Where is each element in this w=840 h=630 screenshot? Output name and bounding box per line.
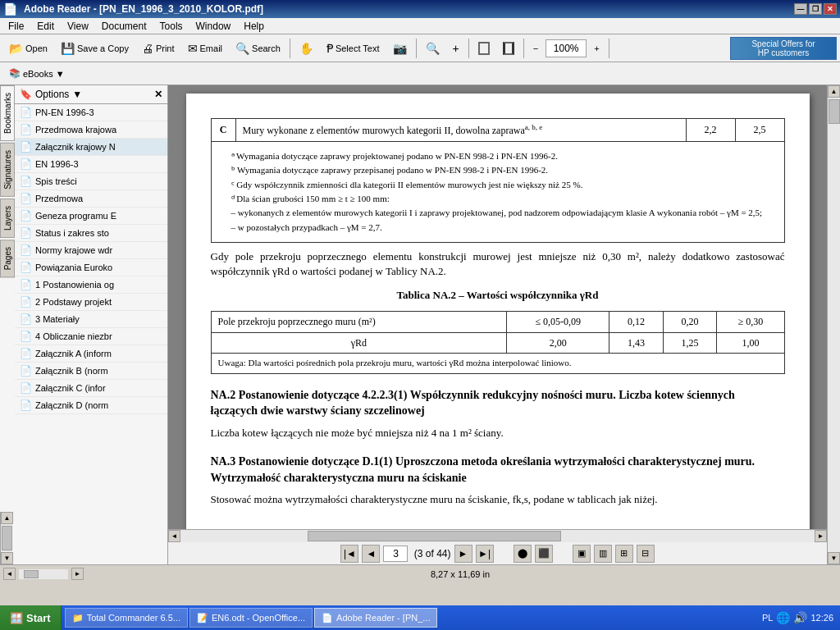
restore-button[interactable]: ❐: [809, 3, 822, 15]
close-button[interactable]: ✕: [824, 3, 837, 15]
hscroll-track[interactable]: [180, 530, 815, 542]
zoom-out-minus-button[interactable]: −: [527, 37, 544, 60]
bookmark-item-bm9[interactable]: 📄Normy krajowe wdr: [15, 242, 167, 259]
left-scroll-left[interactable]: ◄: [3, 568, 16, 580]
open-button[interactable]: 📂 Open: [3, 37, 53, 60]
audio-play-button[interactable]: ⬤: [514, 545, 532, 563]
menu-view[interactable]: View: [61, 19, 95, 34]
signatures-tab[interactable]: Signatures: [0, 143, 15, 197]
email-icon: ✉: [188, 42, 198, 55]
start-button[interactable]: 🪟 Start: [0, 605, 62, 630]
fit-page-button[interactable]: [472, 37, 495, 60]
bookmark-item-bm8[interactable]: 📄Status i zakres sto: [15, 225, 167, 242]
bookmark-icon: 📄: [20, 382, 32, 394]
bookmark-item-bm5[interactable]: 📄Spis treści: [15, 173, 167, 190]
bookmark-item-bm13[interactable]: 📄3 Materiały: [15, 311, 167, 328]
table2-row-val4: 1,00: [717, 332, 784, 354]
open-icon: 📂: [9, 42, 23, 55]
document-scroll[interactable]: C Mury wykonane z elementów murowych kat…: [168, 85, 827, 529]
page-input[interactable]: [383, 546, 408, 562]
bookmark-item-bm2[interactable]: 📄Przedmowa krajowa: [15, 121, 167, 139]
zoom-input-area: [546, 39, 587, 57]
menu-help[interactable]: Help: [237, 19, 271, 34]
minimize-button[interactable]: —: [794, 3, 807, 15]
bookmark-icon: 📄: [20, 176, 32, 187]
hscroll-left-button[interactable]: ◄: [168, 530, 180, 542]
select-text-button[interactable]: Ᵽ Select Text: [321, 37, 386, 60]
close-panel-button[interactable]: ✕: [154, 89, 162, 100]
snapshot-button[interactable]: 📷: [387, 37, 413, 60]
fit-width-icon: [503, 42, 514, 55]
bookmark-item-bm18[interactable]: 📄Załącznik D (norm: [15, 397, 167, 414]
paragraph-2: Liczba kotew łączących nie może być mnie…: [211, 426, 785, 441]
hscroll-right-button[interactable]: ►: [815, 530, 827, 542]
left-scroll-right[interactable]: ►: [71, 568, 84, 580]
taskbar-openoffice[interactable]: 📝 EN6.odt - OpenOffice...: [189, 608, 313, 628]
last-page-button[interactable]: ►|: [476, 545, 494, 563]
search-button[interactable]: 🔍 Search: [230, 37, 286, 60]
right-scroll-up[interactable]: ▲: [828, 85, 840, 98]
title-bar: 📄 Adobe Reader - [PN_EN_1996_3_2010_KOLO…: [0, 0, 840, 18]
bookmark-item-bm6[interactable]: 📄Przedmowa: [15, 190, 167, 208]
hp-banner[interactable]: Special Offers forHP customers: [730, 37, 837, 60]
view-mode-1-button[interactable]: ▣: [573, 545, 591, 563]
row-c-val2: 2,5: [735, 119, 784, 142]
view-mode-3-button[interactable]: ⊞: [615, 545, 633, 563]
pages-tab[interactable]: Pages: [0, 240, 15, 277]
hscroll-thumb[interactable]: [308, 531, 561, 541]
bookmark-icon: 📄: [20, 365, 32, 377]
right-scroll-track[interactable]: [828, 98, 840, 552]
print-icon: 🖨: [142, 42, 153, 55]
bookmark-item-bm14[interactable]: 📄4 Obliczanie niezbr: [15, 328, 167, 345]
bookmark-item-bm11[interactable]: 📄1 Postanowienia og: [15, 276, 167, 294]
right-scroll-thumb[interactable]: [829, 99, 840, 124]
save-copy-button[interactable]: 💾 Save a Copy: [55, 37, 135, 60]
menu-tools[interactable]: Tools: [153, 19, 189, 34]
ebooks-button[interactable]: 📚 eBooks ▼: [3, 65, 71, 83]
email-button[interactable]: ✉ Email: [182, 37, 229, 60]
taskbar-system-tray: PL 🌐 🔊 12:26: [756, 611, 840, 624]
left-h-scroll-thumb[interactable]: [24, 570, 39, 578]
print-button[interactable]: 🖨 Print: [136, 37, 180, 60]
zoom-in-button[interactable]: +: [447, 37, 465, 60]
bookmark-item-bm4[interactable]: 📄EN 1996-3: [15, 156, 167, 173]
bookmark-item-bm15[interactable]: 📄Załącznik A (inform: [15, 345, 167, 363]
taskbar-adobe-reader[interactable]: 📄 Adobe Reader - [PN_...: [314, 608, 437, 628]
bookmark-item-bm1[interactable]: 📄PN-EN 1996-3: [15, 104, 167, 121]
zoom-input[interactable]: [550, 43, 582, 54]
right-scroll-down[interactable]: ▼: [828, 552, 840, 564]
bookmarks-tab[interactable]: Bookmarks: [0, 85, 15, 141]
hand-tool-button[interactable]: ✋: [294, 37, 319, 60]
footnote-d1: – wykonanych z elementów murowych katego…: [221, 207, 774, 219]
menu-file[interactable]: File: [2, 19, 30, 34]
zoom-in-plus-button[interactable]: +: [588, 37, 605, 60]
view-mode-4-button[interactable]: ⊟: [637, 545, 655, 563]
bookmark-item-bm7[interactable]: 📄Geneza programu E: [15, 208, 167, 225]
status-center: 8,27 x 11,69 in: [84, 569, 837, 579]
footnote-d2: – w pozostałych przypadkach – γM = 2,7.: [221, 221, 774, 234]
menu-window[interactable]: Window: [189, 19, 238, 34]
layers-tab[interactable]: Layers: [0, 199, 15, 238]
first-page-button[interactable]: |◄: [340, 545, 358, 563]
bookmark-item-bm17[interactable]: 📄Załącznik C (infor: [15, 380, 167, 397]
bookmark-icon: 📄: [20, 331, 32, 342]
next-page-button[interactable]: ►: [454, 545, 472, 563]
prev-page-button[interactable]: ◄: [362, 545, 380, 563]
row-c-val1: 2,2: [686, 119, 735, 142]
menu-document[interactable]: Document: [95, 19, 153, 34]
bookmark-item-bm16[interactable]: 📄Załącznik B (norm: [15, 363, 167, 380]
audio-stop-button[interactable]: ⬛: [535, 545, 553, 563]
fit-width-button[interactable]: [497, 37, 520, 60]
bookmark-icon: 📄: [20, 124, 32, 135]
bookmark-item-bm3[interactable]: 📄Załącznik krajowy N: [15, 139, 167, 156]
bookmark-item-bm10[interactable]: 📄Powiązania Euroko: [15, 259, 167, 276]
zoom-out-button[interactable]: 🔍: [420, 37, 445, 60]
taskbar-total-commander[interactable]: 📁 Total Commander 6.5...: [65, 608, 188, 628]
status-left: ◄ ►: [3, 568, 84, 580]
system-clock: 12:26: [810, 613, 833, 623]
bookmark-item-bm12[interactable]: 📄2 Podstawy projekt: [15, 294, 167, 311]
menu-edit[interactable]: Edit: [30, 19, 61, 34]
view-mode-2-button[interactable]: ▥: [594, 545, 612, 563]
options-dropdown-icon[interactable]: ▼: [72, 89, 82, 100]
bookmark-icon: 📄: [20, 158, 32, 170]
